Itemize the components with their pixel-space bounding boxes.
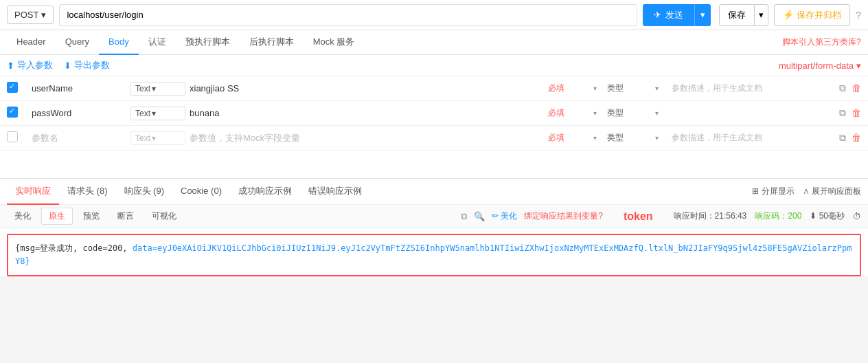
resp-tab-cookie[interactable]: Cookie (0) (172, 179, 230, 205)
expand-panel-button[interactable]: ∧ 展开响应面板 (803, 186, 861, 197)
resp-time: 响应时间：21:56:43 (674, 210, 747, 222)
required-dropdown-3[interactable]: ▾ (593, 134, 607, 142)
delete-icon-1[interactable]: 🗑 (852, 82, 861, 94)
response-section: 实时响应 请求头 (8) 响应头 (9) Cookie (0) 成功响应示例 错… (0, 178, 868, 276)
view-tab-assertion[interactable]: 断言 (110, 208, 141, 225)
param-value-2: bunana (185, 105, 545, 121)
resp-tab-realtime[interactable]: 实时响应 (7, 179, 59, 205)
view-tabs: 美化 原生 预览 断言 可视化 ⧉ 🔍 ✏ 美化 绑定响应结果到变量? toke… (0, 205, 868, 228)
response-msg: {msg=登录成功, code=200, (15, 243, 128, 253)
view-tab-preview[interactable]: 预览 (76, 208, 107, 225)
save-archive-label: 保存并归档 (797, 9, 841, 21)
tab-mock[interactable]: Mock 服务 (304, 30, 365, 55)
table-row: passWord Text ▾ bunana 必填 ▾ 类型 ▾ ⧉ 🗑 (0, 101, 868, 126)
param-name-3: 参数名 (27, 129, 130, 147)
desc-1: 参数描述，用于生成文档 (669, 82, 820, 94)
method-button[interactable]: POST ▾ (7, 6, 54, 24)
response-body: {msg=登录成功, code=200, data=eyJ0eXAiOiJKV1… (7, 234, 861, 276)
tab-header[interactable]: Header (7, 30, 56, 55)
param-name-2: passWord (27, 105, 130, 121)
import-params-button[interactable]: ⬆ 导入参数 (7, 59, 53, 72)
split-icon: ⊞ (752, 186, 759, 196)
third-party-lib-link[interactable]: 脚本引入第三方类库? (782, 36, 861, 48)
param-value-1: xiangjiao SS (185, 80, 545, 96)
response-meta: 响应时间：21:56:43 响应码：200 ⬇ 50毫秒 ⏱ (674, 210, 861, 222)
tab-query[interactable]: Query (56, 30, 99, 55)
save-archive-button[interactable]: ⚡ 保存并归档 (774, 4, 850, 26)
required-2: 必填 (545, 107, 593, 119)
type-label-3: 类型 (607, 132, 655, 144)
tab-body[interactable]: Body (99, 30, 139, 55)
type-label-1: 类型 (607, 82, 655, 94)
resp-tab-success-example[interactable]: 成功响应示例 (230, 179, 300, 205)
delete-icon-2[interactable]: 🗑 (852, 107, 861, 119)
param-type-2[interactable]: Text ▾ (130, 107, 185, 120)
tab-auth[interactable]: 认证 (139, 30, 176, 55)
resp-tab-response-headers[interactable]: 响应头 (9) (116, 179, 173, 205)
copy-response-icon[interactable]: ⧉ (461, 211, 467, 222)
required-dropdown-1[interactable]: ▾ (593, 85, 607, 92)
split-screen-button[interactable]: ⊞ 分屏显示 (752, 186, 794, 197)
view-actions: ⧉ 🔍 ✏ 美化 绑定响应结果到变量? token 响应时间：21:56:43 … (461, 210, 861, 223)
download-icon: ⬇ (64, 60, 71, 71)
row-actions-3: ⧉ 🗑 (820, 132, 861, 144)
resp-tab-error-example[interactable]: 错误响应示例 (300, 179, 370, 205)
lightning-icon: ⚡ (783, 10, 794, 20)
checkbox-3[interactable] (7, 131, 27, 144)
export-params-button[interactable]: ⬇ 导出参数 (64, 59, 110, 72)
table-row: userName Text ▾ xiangjiao SS 必填 ▾ 类型 ▾ 参… (0, 76, 868, 101)
expand-icon: ∧ (803, 186, 810, 196)
send-dropdown-button[interactable]: ▾ (694, 4, 711, 26)
bind-variable-button[interactable]: 绑定响应结果到变量? (524, 210, 603, 222)
copy-icon-3[interactable]: ⧉ (839, 132, 846, 144)
resp-timeout-icon: ⏱ (853, 212, 861, 221)
response-data: data=eyJ0eXAiOiJKV1QiLCJhbGci0iJIUzI1NiJ… (15, 243, 852, 266)
multipart-dropdown-icon: ▾ (856, 60, 861, 71)
method-dropdown-icon: ▾ (41, 10, 46, 20)
url-input[interactable] (59, 4, 637, 26)
required-1: 必填 (545, 82, 593, 94)
save-dropdown-button[interactable]: ▾ (755, 4, 768, 26)
resp-tab-request-headers[interactable]: 请求头 (8) (59, 179, 116, 205)
tabs-bar: Header Query Body 认证 预执行脚本 后执行脚本 Mock 服务… (0, 30, 868, 55)
required-3: 必填 (545, 132, 593, 144)
delete-icon-3[interactable]: 🗑 (852, 132, 861, 144)
copy-icon-2[interactable]: ⧉ (839, 107, 846, 119)
view-tab-visualize[interactable]: 可视化 (144, 208, 184, 225)
param-value-3: 参数值，支持Mock字段变量 (185, 129, 545, 147)
token-label: token (624, 210, 653, 223)
top-bar: POST ▾ ✈ 发送 ▾ 保存 ▾ ⚡ 保存并归档 ? (0, 0, 868, 30)
required-dropdown-2[interactable]: ▾ (593, 109, 607, 117)
send-button[interactable]: ✈ 发送 (643, 4, 694, 26)
param-type-1[interactable]: Text ▾ (130, 82, 185, 96)
tab-post-script[interactable]: 后执行脚本 (240, 30, 304, 55)
params-table: userName Text ▾ xiangjiao SS 必填 ▾ 类型 ▾ 参… (0, 76, 868, 151)
send-plane-icon: ✈ (654, 10, 661, 20)
send-label: 发送 (665, 9, 683, 21)
view-tab-raw[interactable]: 原生 (41, 208, 73, 225)
type-dropdown-1[interactable]: ▾ (655, 85, 669, 92)
copy-icon-1[interactable]: ⧉ (839, 82, 846, 94)
table-row: 参数名 Text ▾ 参数值，支持Mock字段变量 必填 ▾ 类型 ▾ 参数描述… (0, 126, 868, 151)
multipart-select[interactable]: multipart/form-data ▾ (779, 60, 861, 71)
params-toolbar: ⬆ 导入参数 ⬇ 导出参数 multipart/form-data ▾ (0, 55, 868, 76)
help-icon[interactable]: ? (856, 10, 861, 21)
type-label-2: 类型 (607, 107, 655, 119)
checkbox-1[interactable] (7, 82, 27, 95)
param-type-3[interactable]: Text ▾ (130, 131, 185, 145)
search-response-icon[interactable]: 🔍 (474, 211, 485, 221)
checkbox-2[interactable] (7, 107, 27, 120)
save-button[interactable]: 保存 (719, 4, 755, 26)
method-label: POST (14, 10, 38, 20)
type-dropdown-2[interactable]: ▾ (655, 109, 669, 117)
row-actions-2: ⧉ 🗑 (820, 107, 861, 119)
view-tab-beautify[interactable]: 美化 (7, 208, 38, 225)
tab-pre-script[interactable]: 预执行脚本 (176, 30, 240, 55)
resp-code: 响应码：200 (755, 210, 801, 222)
desc-3: 参数描述，用于生成文档 (669, 132, 820, 144)
type-dropdown-3[interactable]: ▾ (655, 134, 669, 142)
response-tabs: 实时响应 请求头 (8) 响应头 (9) Cookie (0) 成功响应示例 错… (0, 179, 868, 205)
beautify-button[interactable]: ✏ 美化 (492, 210, 517, 222)
row-actions-1: ⧉ 🗑 (820, 82, 861, 94)
upload-icon: ⬆ (7, 60, 14, 71)
